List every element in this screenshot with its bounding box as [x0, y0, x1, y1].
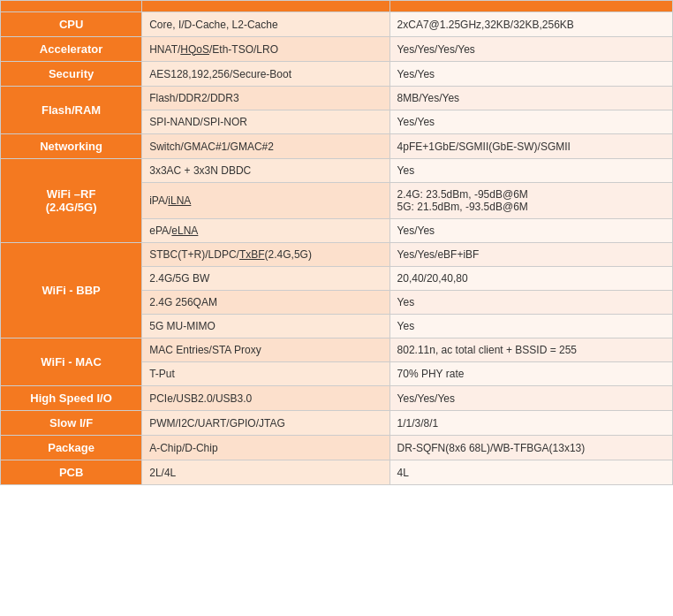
feature-cell: HNAT/HQoS/Eth-TSO/LRO — [142, 37, 389, 62]
feature-cell: 2.4G/5G BW — [142, 267, 389, 291]
value-cell: Yes — [389, 291, 672, 315]
category-cell: WiFi - BBP — [1, 243, 142, 338]
category-cell: WiFi - MAC — [1, 338, 142, 386]
value-cell: Yes/Yes — [389, 62, 672, 87]
table-row: WiFi - MACMAC Entries/STA Proxy802.11n, … — [1, 338, 673, 362]
table-row: High Speed I/OPCIe/USB2.0/USB3.0Yes/Yes/… — [1, 386, 673, 411]
table-row: CPUCore, I/D-Cache, L2-Cache2xCA7@1.25GH… — [1, 12, 673, 37]
table-header — [1, 1, 673, 12]
table-row: SecurityAES128,192,256/Secure-BootYes/Ye… — [1, 62, 673, 87]
category-cell: High Speed I/O — [1, 386, 142, 411]
table-row: PackageA-Chip/D-ChipDR-SQFN(8x6 68L)/WB-… — [1, 436, 673, 460]
category-cell: Flash/RAM — [1, 87, 142, 134]
category-cell: Slow I/F — [1, 411, 142, 436]
table-row: AcceleratorHNAT/HQoS/Eth-TSO/LROYes/Yes/… — [1, 37, 673, 62]
value-cell: 4L — [389, 460, 672, 485]
feature-cell: Core, I/D-Cache, L2-Cache — [142, 12, 389, 37]
feature-cell: ePA/eLNA — [142, 219, 389, 243]
feature-cell: 3x3AC + 3x3N DBDC — [142, 159, 389, 183]
header-category — [1, 1, 142, 12]
feature-cell: 2L/4L — [142, 460, 389, 485]
value-cell: 2.4G: 23.5dBm, -95dB@6M5G: 21.5dBm, -93.… — [389, 183, 672, 219]
feature-cell: 2.4G 256QAM — [142, 291, 389, 315]
value-cell: DR-SQFN(8x6 68L)/WB-TFBGA(13x13) — [389, 436, 672, 460]
value-cell: Yes — [389, 315, 672, 338]
table-row: WiFi - BBPSTBC(T+R)/LDPC/TxBF(2.4G,5G)Ye… — [1, 243, 673, 267]
value-cell: Yes/Yes — [389, 219, 672, 243]
value-cell: Yes/Yes/eBF+iBF — [389, 243, 672, 267]
value-cell: 8MB/Yes/Yes — [389, 87, 672, 110]
feature-cell: STBC(T+R)/LDPC/TxBF(2.4G,5G) — [142, 243, 389, 267]
feature-cell: AES128,192,256/Secure-Boot — [142, 62, 389, 87]
feature-cell: PCIe/USB2.0/USB3.0 — [142, 386, 389, 411]
feature-cell: Flash/DDR2/DDR3 — [142, 87, 389, 110]
feature-cell: MAC Entries/STA Proxy — [142, 338, 389, 362]
category-cell: PCB — [1, 460, 142, 485]
value-cell: Yes — [389, 159, 672, 183]
feature-cell: Switch/GMAC#1/GMAC#2 — [142, 134, 389, 159]
category-cell: Package — [1, 436, 142, 460]
header-value — [389, 1, 672, 12]
feature-cell: iPA/iLNA — [142, 183, 389, 219]
feature-cell: A-Chip/D-Chip — [142, 436, 389, 460]
category-cell: Networking — [1, 134, 142, 159]
table-row: NetworkingSwitch/GMAC#1/GMAC#24pFE+1GbE/… — [1, 134, 673, 159]
value-cell: Yes/Yes/Yes — [389, 386, 672, 411]
table-row: WiFi –RF(2.4G/5G)3x3AC + 3x3N DBDCYes — [1, 159, 673, 183]
feature-cell: 5G MU-MIMO — [142, 315, 389, 338]
value-cell: Yes/Yes/Yes/Yes — [389, 37, 672, 62]
table-row: Slow I/FPWM/I2C/UART/GPIO/JTAG1/1/3/8/1 — [1, 411, 673, 436]
category-cell: CPU — [1, 12, 142, 37]
category-cell: Security — [1, 62, 142, 87]
value-cell: 70% PHY rate — [389, 362, 672, 386]
feature-cell: PWM/I2C/UART/GPIO/JTAG — [142, 411, 389, 436]
category-cell: WiFi –RF(2.4G/5G) — [1, 159, 142, 243]
value-cell: 802.11n, ac total client + BSSID = 255 — [389, 338, 672, 362]
value-cell: 4pFE+1GbE/SGMII(GbE-SW)/SGMII — [389, 134, 672, 159]
category-cell: Accelerator — [1, 37, 142, 62]
table-row: PCB2L/4L4L — [1, 460, 673, 485]
value-cell: 1/1/3/8/1 — [389, 411, 672, 436]
value-cell: 2xCA7@1.25GHz,32KB/32KB,256KB — [389, 12, 672, 37]
table-row: Flash/RAMFlash/DDR2/DDR38MB/Yes/Yes — [1, 87, 673, 110]
feature-cell: SPI-NAND/SPI-NOR — [142, 110, 389, 134]
value-cell: 20,40/20,40,80 — [389, 267, 672, 291]
value-cell: Yes/Yes — [389, 110, 672, 134]
header-feature — [142, 1, 389, 12]
feature-cell: T-Put — [142, 362, 389, 386]
